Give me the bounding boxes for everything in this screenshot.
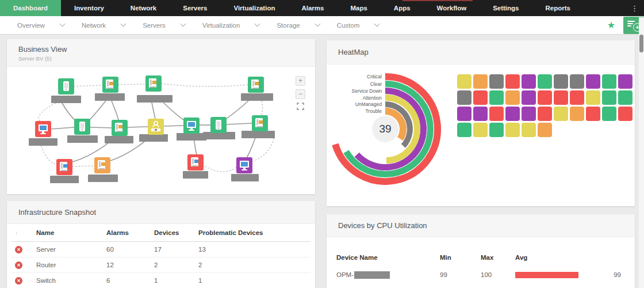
- heatmap-cell-gray[interactable]: [457, 90, 471, 105]
- subnav-item-virtualization[interactable]: Virtualization: [202, 22, 260, 29]
- heatmap-cell-red[interactable]: [538, 107, 552, 121]
- subnav-item-network[interactable]: Network: [82, 22, 125, 29]
- topnav-item-inventory[interactable]: Inventory: [61, 0, 117, 16]
- topology-node-server[interactable]: [187, 154, 204, 170]
- topnav-item-virtualization[interactable]: Virtualization: [220, 0, 288, 16]
- scrollbar-thumb[interactable]: [639, 35, 643, 52]
- heatmap-cell-red[interactable]: [489, 107, 504, 121]
- subnav-item-storage[interactable]: Storage: [277, 22, 319, 29]
- chevron-down-icon[interactable]: [374, 21, 380, 27]
- topnav-item-maps[interactable]: Maps: [337, 0, 380, 16]
- chevron-down-icon[interactable]: [59, 21, 65, 27]
- topology-node-server[interactable]: [145, 75, 162, 92]
- heatmap-cell-red[interactable]: [505, 74, 520, 89]
- heatmap-cell-gray[interactable]: [554, 74, 568, 89]
- heatmap-cell-green[interactable]: [618, 90, 632, 105]
- heatmap-cell-orange[interactable]: [505, 90, 520, 105]
- heatmap-grid[interactable]: [457, 74, 632, 137]
- heatmap-cell-red[interactable]: [570, 90, 584, 105]
- heatmap-cell-yellow[interactable]: [505, 123, 520, 137]
- topology-node-monitor[interactable]: [35, 121, 51, 137]
- subnav-item-custom[interactable]: Custom: [337, 22, 379, 29]
- topology-node-person[interactable]: [148, 119, 164, 135]
- chevron-down-icon[interactable]: [315, 21, 320, 27]
- chevron-down-icon[interactable]: [121, 21, 126, 27]
- column-header[interactable]: Max: [481, 254, 515, 261]
- chevron-down-icon[interactable]: [255, 21, 260, 27]
- heatmap-cell-purple[interactable]: [522, 74, 536, 89]
- column-header[interactable]: Min: [440, 254, 481, 261]
- topology-node-server[interactable]: [252, 115, 268, 131]
- heatmap-cell-red[interactable]: [618, 107, 632, 121]
- column-header[interactable]: Devices: [154, 229, 198, 236]
- heatmap-cell-yellow[interactable]: [473, 123, 488, 137]
- heatmap-cell-yellow[interactable]: [586, 90, 600, 105]
- zoom-out-button[interactable]: −: [296, 89, 305, 99]
- heatmap-cell-green[interactable]: [602, 74, 616, 89]
- heatmap-cell-gray[interactable]: [489, 74, 504, 89]
- column-header[interactable]: Problematic Devices: [198, 229, 310, 236]
- subnav-item-servers[interactable]: Servers: [143, 22, 185, 29]
- topnav-item-apps[interactable]: Apps: [381, 0, 424, 16]
- topology-node-server[interactable]: [102, 77, 118, 93]
- topology-map[interactable]: + −: [7, 67, 315, 195]
- table-row[interactable]: OPM- 99 100 99: [327, 267, 635, 282]
- topology-node-monitor[interactable]: [183, 118, 200, 134]
- heatmap-cell-orange[interactable]: [473, 74, 488, 89]
- topnav-item-settings[interactable]: Settings: [480, 0, 532, 16]
- heatmap-cell-orange[interactable]: [570, 107, 584, 121]
- heatmap-cell-purple[interactable]: [473, 107, 488, 121]
- sort-icon[interactable]: ↑: [15, 230, 18, 236]
- overflow-menu-icon[interactable]: ⋮: [625, 0, 644, 16]
- heatmap-cell-green[interactable]: [489, 90, 504, 105]
- heatmap-cell-red[interactable]: [473, 90, 488, 105]
- heatmap-cell-green[interactable]: [602, 107, 616, 121]
- topology-node-phone[interactable]: [58, 78, 74, 94]
- topology-node-phone[interactable]: [74, 119, 90, 135]
- topnav-item-dashboard[interactable]: Dashboard: [0, 0, 61, 16]
- topnav-item-workflow[interactable]: Workflow: [424, 0, 480, 16]
- topology-node-server[interactable]: [94, 157, 110, 173]
- heatmap-cell-red[interactable]: [554, 90, 568, 105]
- heatmap-cell-red[interactable]: [538, 90, 552, 105]
- topology-node-server[interactable]: [56, 159, 72, 175]
- heatmap-cell-green[interactable]: [538, 74, 552, 89]
- column-header[interactable]: Avg: [515, 254, 635, 261]
- chevron-down-icon[interactable]: [180, 21, 186, 27]
- cell-alarms: 6: [106, 277, 154, 284]
- heatmap-cell-orange[interactable]: [538, 123, 552, 137]
- topnav-item-alarms[interactable]: Alarms: [288, 0, 337, 16]
- heatmap-cell-yellow[interactable]: [554, 107, 568, 121]
- column-header[interactable]: Name: [36, 229, 106, 236]
- subnav-item-overview[interactable]: Overview: [17, 22, 64, 29]
- favorite-star-icon[interactable]: ★: [607, 20, 615, 31]
- heatmap-cell-purple[interactable]: [618, 74, 632, 89]
- topnav-item-servers[interactable]: Servers: [170, 0, 220, 16]
- topology-node-phone[interactable]: [210, 117, 227, 133]
- topology-node-monitor[interactable]: [236, 157, 252, 173]
- heatmap-cell-purple[interactable]: [522, 90, 536, 105]
- topology-node-server[interactable]: [112, 120, 128, 136]
- fit-to-screen-button[interactable]: [296, 103, 305, 112]
- heatmap-cell-purple[interactable]: [457, 107, 471, 121]
- zoom-in-button[interactable]: +: [296, 76, 305, 86]
- heatmap-cell-green[interactable]: [602, 90, 616, 105]
- column-header[interactable]: Alarms: [106, 229, 154, 236]
- heatmap-cell-green[interactable]: [457, 123, 471, 137]
- table-row[interactable]: ✕ Router 12 2 2: [12, 257, 310, 273]
- heatmap-cell-purple[interactable]: [505, 107, 520, 121]
- column-header[interactable]: Device Name: [327, 254, 440, 261]
- page-scrollbar[interactable]: [639, 17, 644, 288]
- heatmap-cell-green[interactable]: [489, 123, 504, 137]
- heatmap-cell-yellow[interactable]: [457, 74, 471, 89]
- heatmap-cell-purple[interactable]: [522, 107, 536, 121]
- topnav-item-reports[interactable]: Reports: [532, 0, 584, 16]
- heatmap-cell-purple[interactable]: [586, 74, 600, 89]
- table-row[interactable]: ✕ Switch 6 1 1: [12, 273, 310, 288]
- heatmap-cell-red[interactable]: [586, 107, 600, 121]
- heatmap-cell-gray[interactable]: [570, 74, 584, 89]
- topnav-item-network[interactable]: Network: [117, 0, 170, 16]
- table-row[interactable]: ✕ Server 60 17 13: [12, 242, 310, 257]
- heatmap-cell-yellow[interactable]: [522, 123, 536, 137]
- topology-node-server[interactable]: [248, 77, 264, 93]
